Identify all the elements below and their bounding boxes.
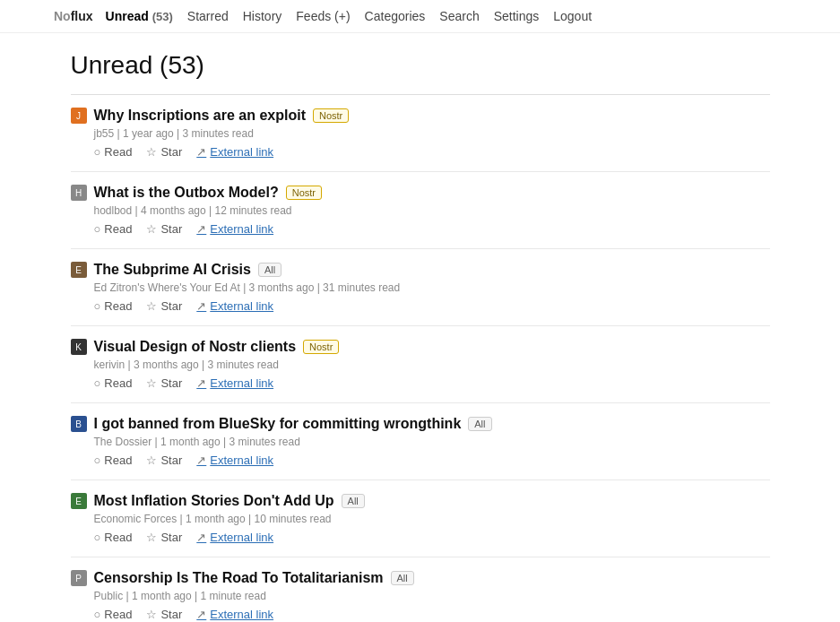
read-label: Read <box>104 608 132 621</box>
read-label: Read <box>104 299 132 313</box>
article-title-row: H What is the Outbox Model? Nostr <box>71 185 770 201</box>
article-title-row: K Visual Design of Nostr clients Nostr <box>71 339 770 355</box>
external-link-icon: ↗ <box>196 145 206 159</box>
read-button[interactable]: ○ Read <box>94 454 133 467</box>
read-icon: ○ <box>94 608 101 621</box>
read-icon: ○ <box>94 454 101 467</box>
article-meta: kerivin | 3 months ago | 3 minutes read <box>71 359 770 371</box>
external-link-icon: ↗ <box>196 531 206 544</box>
read-icon: ○ <box>94 145 101 159</box>
article-title-row: J Why Inscriptions are an exploit Nostr <box>71 108 770 124</box>
external-link-button[interactable]: ↗ External link <box>196 145 273 159</box>
unread-count: (53) <box>152 10 173 23</box>
read-label: Read <box>104 531 132 544</box>
star-icon: ☆ <box>146 608 157 621</box>
article-title-link[interactable]: Censorship Is The Road To Totalitarianis… <box>94 570 384 586</box>
read-button[interactable]: ○ Read <box>94 299 133 313</box>
external-link-label: External link <box>210 531 273 544</box>
external-link-label: External link <box>210 608 273 621</box>
article-title-link[interactable]: I got banned from BlueSky for committing… <box>94 416 462 432</box>
article-tag: Nostr <box>313 108 349 123</box>
star-button[interactable]: ☆ Star <box>146 145 182 159</box>
star-label: Star <box>160 454 182 467</box>
main-nav: Noflux Unread (53) Starred History Feeds… <box>0 0 840 33</box>
read-label: Read <box>104 376 132 390</box>
article-title-link[interactable]: What is the Outbox Model? <box>94 185 279 201</box>
article-item: E The Subprime AI Crisis All Ed Zitron's… <box>71 249 770 326</box>
star-label: Star <box>160 531 182 544</box>
star-button[interactable]: ☆ Star <box>146 531 182 544</box>
read-button[interactable]: ○ Read <box>94 376 133 390</box>
nav-settings[interactable]: Settings <box>489 7 545 25</box>
external-link-button[interactable]: ↗ External link <box>196 608 273 621</box>
article-meta: The Dossier | 1 month ago | 3 minutes re… <box>71 436 770 448</box>
article-title-link[interactable]: Most Inflation Stories Don't Add Up <box>94 493 334 509</box>
read-icon: ○ <box>94 531 101 544</box>
external-link-button[interactable]: ↗ External link <box>196 454 273 467</box>
article-title-link[interactable]: Visual Design of Nostr clients <box>94 339 297 355</box>
star-label: Star <box>160 145 182 159</box>
article-item: P Censorship Is The Road To Totalitarian… <box>71 557 770 622</box>
star-label: Star <box>160 222 182 236</box>
article-actions: ○ Read ☆ Star ↗ External link <box>71 531 770 544</box>
star-button[interactable]: ☆ Star <box>146 299 182 313</box>
article-meta: jb55 | 1 year ago | 3 minutes read <box>71 127 770 140</box>
star-button[interactable]: ☆ Star <box>146 454 182 467</box>
external-link-button[interactable]: ↗ External link <box>196 222 273 236</box>
external-link-button[interactable]: ↗ External link <box>196 376 273 390</box>
star-label: Star <box>160 608 182 621</box>
article-meta: Public | 1 month ago | 1 minute read <box>71 590 770 602</box>
nav-categories[interactable]: Categories <box>359 7 431 25</box>
article-avatar: J <box>71 108 87 124</box>
nav-starred[interactable]: Starred <box>182 7 234 25</box>
external-link-icon: ↗ <box>196 608 206 621</box>
page-title: Unread (53) <box>71 51 770 80</box>
read-button[interactable]: ○ Read <box>94 222 133 236</box>
article-actions: ○ Read ☆ Star ↗ External link <box>71 222 770 236</box>
read-button[interactable]: ○ Read <box>94 145 133 159</box>
article-title-row: P Censorship Is The Road To Totalitarian… <box>71 570 770 586</box>
external-link-label: External link <box>210 222 273 236</box>
article-actions: ○ Read ☆ Star ↗ External link <box>71 608 770 621</box>
article-title-link[interactable]: The Subprime AI Crisis <box>94 262 251 278</box>
star-button[interactable]: ☆ Star <box>146 608 182 621</box>
nav-search[interactable]: Search <box>434 7 484 25</box>
nav-feeds[interactable]: Feeds (+) <box>290 7 355 25</box>
external-link-button[interactable]: ↗ External link <box>196 299 273 313</box>
article-list: J Why Inscriptions are an exploit Nostr … <box>71 95 770 622</box>
article-item: H What is the Outbox Model? Nostr hodlbo… <box>71 172 770 249</box>
read-button[interactable]: ○ Read <box>94 608 133 621</box>
article-tag: All <box>342 494 365 508</box>
external-link-label: External link <box>210 454 273 467</box>
article-item: E Most Inflation Stories Don't Add Up Al… <box>71 480 770 557</box>
read-icon: ○ <box>94 222 101 236</box>
external-link-label: External link <box>210 376 273 390</box>
nav-logout[interactable]: Logout <box>548 7 597 25</box>
brand-no: No <box>54 9 71 23</box>
star-icon: ☆ <box>146 454 157 467</box>
article-avatar: P <box>71 570 87 586</box>
article-item: J Why Inscriptions are an exploit Nostr … <box>71 95 770 172</box>
external-link-icon: ↗ <box>196 299 206 313</box>
article-actions: ○ Read ☆ Star ↗ External link <box>71 376 770 390</box>
article-actions: ○ Read ☆ Star ↗ External link <box>71 454 770 467</box>
star-button[interactable]: ☆ Star <box>146 376 182 390</box>
star-button[interactable]: ☆ Star <box>146 222 182 236</box>
star-icon: ☆ <box>146 299 157 313</box>
nav-history[interactable]: History <box>238 7 288 25</box>
article-item: B I got banned from BlueSky for committi… <box>71 403 770 480</box>
star-icon: ☆ <box>146 222 157 236</box>
external-link-button[interactable]: ↗ External link <box>196 531 273 544</box>
read-button[interactable]: ○ Read <box>94 531 133 544</box>
star-icon: ☆ <box>146 145 157 159</box>
article-tag: All <box>391 571 414 585</box>
external-link-label: External link <box>210 299 273 313</box>
brand-flux: flux <box>71 9 93 23</box>
star-label: Star <box>160 376 182 390</box>
article-title-link[interactable]: Why Inscriptions are an exploit <box>94 108 307 124</box>
article-actions: ○ Read ☆ Star ↗ External link <box>71 299 770 313</box>
nav-unread[interactable]: Unread (53) <box>100 7 178 25</box>
article-title-row: E The Subprime AI Crisis All <box>71 262 770 278</box>
star-label: Star <box>160 299 182 313</box>
read-icon: ○ <box>94 376 101 390</box>
